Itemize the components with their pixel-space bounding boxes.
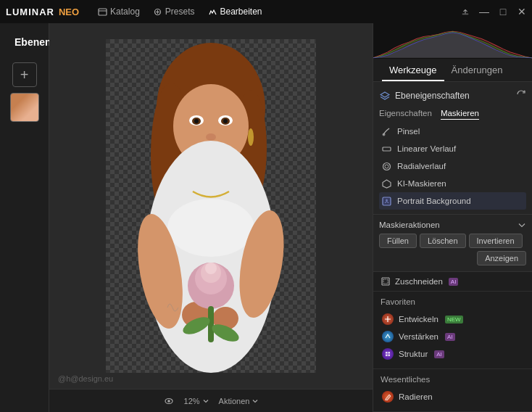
nav-presets[interactable]: Presets bbox=[153, 7, 195, 17]
wesentliches-title: Wesentliches bbox=[381, 375, 525, 384]
ki-maskieren-label: KI-Maskieren bbox=[397, 179, 446, 188]
zoom-value: 12% bbox=[184, 397, 200, 405]
svg-rect-40 bbox=[383, 279, 388, 284]
minimize-icon[interactable]: — bbox=[480, 7, 489, 16]
svg-rect-44 bbox=[388, 355, 391, 357]
svg-rect-42 bbox=[388, 352, 391, 354]
logo-neo: NEO bbox=[59, 7, 79, 17]
close-icon[interactable]: ✕ bbox=[518, 7, 526, 16]
radialverlauf-icon bbox=[381, 160, 392, 172]
main-layout: Ebenen + bbox=[0, 23, 532, 412]
nav-katalog[interactable]: Katalog bbox=[98, 7, 140, 17]
tool-entwickeln[interactable]: Entwickeln NEW bbox=[381, 310, 525, 328]
ebeneigenschaften-header-left: Ebeneigenschaften bbox=[379, 90, 470, 102]
loeschen-button[interactable]: Löschen bbox=[420, 234, 466, 248]
svg-marker-37 bbox=[383, 180, 391, 188]
verstaerken-badge: AI bbox=[445, 333, 455, 341]
eye-icon bbox=[164, 396, 174, 406]
window-controls: — □ ✕ bbox=[461, 7, 526, 16]
histogram bbox=[373, 23, 532, 59]
zuschneiden-badge: AI bbox=[449, 278, 459, 286]
mask-item-radialverlauf[interactable]: Radialverlauf bbox=[379, 157, 526, 175]
portrait-background-label: Portrait Background bbox=[397, 197, 471, 205]
svg-point-28 bbox=[206, 133, 216, 141]
tab-werkzeuge[interactable]: Werkzeuge bbox=[382, 60, 444, 81]
nav-bearbeiten[interactable]: Bearbeiten bbox=[208, 7, 262, 17]
right-panel: Werkzeuge Änderungen Ebeneigenschaften E… bbox=[373, 23, 532, 412]
svg-rect-19 bbox=[208, 306, 214, 342]
struktur-label: Struktur bbox=[399, 350, 428, 358]
nav-katalog-label: Katalog bbox=[110, 7, 140, 17]
svg-rect-0 bbox=[99, 9, 107, 15]
svg-point-26 bbox=[194, 119, 199, 123]
visibility-icon-row[interactable] bbox=[164, 396, 174, 406]
svg-point-31 bbox=[167, 400, 170, 403]
actions-row-2: Anzeigen bbox=[379, 251, 526, 265]
layer-thumbnail[interactable] bbox=[10, 93, 39, 122]
layers-title: Ebenen bbox=[7, 36, 41, 54]
ebeneigenschaften-header[interactable]: Ebeneigenschaften bbox=[379, 86, 526, 104]
svg-point-33 bbox=[382, 133, 385, 136]
favoriten-title: Favoriten bbox=[381, 297, 525, 306]
pinsel-icon bbox=[381, 125, 392, 137]
struktur-icon bbox=[382, 348, 394, 360]
ebeneigenschaften-section: Ebeneigenschaften Eigenschaften Maskiere… bbox=[373, 82, 532, 215]
sub-tab-eigenschaften[interactable]: Eigenschaften bbox=[379, 109, 432, 120]
mask-item-portrait-background[interactable]: Portrait Background bbox=[379, 192, 526, 210]
linearer-verlauf-label: Linearer Verlauf bbox=[397, 144, 456, 153]
reset-icon[interactable] bbox=[516, 89, 526, 102]
actions-button[interactable]: Aktionen bbox=[219, 397, 259, 405]
layer-thumb-inner bbox=[11, 94, 38, 121]
tool-struktur[interactable]: Struktur AI bbox=[381, 345, 525, 363]
layers-icon bbox=[379, 90, 391, 102]
title-bar: LUMINAR NEO Katalog Presets Bearbeiten —… bbox=[0, 0, 532, 23]
favoriten-section: Favoriten Entwickeln NEW Verstärken AI bbox=[373, 292, 532, 369]
svg-rect-3 bbox=[462, 14, 469, 15]
sub-tab-maskieren[interactable]: Maskieren bbox=[441, 109, 479, 120]
radieren-icon bbox=[382, 391, 394, 403]
tab-aenderungen[interactable]: Änderungen bbox=[444, 60, 510, 81]
mask-item-pinsel[interactable]: Pinsel bbox=[379, 123, 526, 140]
maximize-icon[interactable]: □ bbox=[499, 7, 507, 16]
svg-rect-43 bbox=[386, 355, 388, 357]
collapse-icon[interactable] bbox=[518, 221, 526, 229]
ebeneigenschaften-label: Ebeneigenschaften bbox=[395, 91, 470, 101]
fuellen-button[interactable]: Füllen bbox=[379, 234, 417, 248]
anzeigen-button[interactable]: Anzeigen bbox=[477, 251, 526, 265]
mask-item-linearer-verlauf[interactable]: Linearer Verlauf bbox=[379, 140, 526, 157]
svg-point-18 bbox=[205, 263, 217, 274]
entwickeln-label: Entwickeln bbox=[399, 315, 439, 324]
maskieraktionen-section: Maskieraktionen Füllen Löschen Invertier… bbox=[373, 215, 532, 272]
tool-radieren[interactable]: Radieren bbox=[381, 388, 525, 405]
histogram-svg bbox=[373, 23, 532, 59]
logo: LUMINAR bbox=[6, 7, 54, 17]
svg-point-10 bbox=[167, 199, 254, 257]
canvas-image[interactable] bbox=[106, 39, 316, 373]
zuschneiden-icon bbox=[381, 276, 391, 287]
svg-point-27 bbox=[223, 119, 228, 123]
svg-point-29 bbox=[248, 128, 254, 146]
nav-bar: Katalog Presets Bearbeiten bbox=[98, 7, 262, 17]
mask-item-ki-maskieren[interactable]: KI-Maskieren bbox=[379, 175, 526, 192]
actions-row-1: Füllen Löschen Invertieren bbox=[379, 234, 526, 248]
canvas-container bbox=[49, 23, 373, 389]
add-layer-button[interactable]: + bbox=[12, 62, 37, 87]
entwickeln-icon bbox=[382, 313, 394, 325]
maskieraktionen-buttons: Füllen Löschen Invertieren Anzeigen bbox=[379, 234, 526, 265]
svg-rect-41 bbox=[386, 352, 388, 354]
zuschneiden-row[interactable]: Zuschneiden AI bbox=[373, 272, 532, 292]
upload-icon[interactable] bbox=[461, 7, 470, 16]
title-bar-left: LUMINAR NEO Katalog Presets Bearbeiten bbox=[6, 7, 262, 17]
invertieren-button[interactable]: Invertieren bbox=[469, 234, 523, 248]
tool-verstaerken[interactable]: Verstärken AI bbox=[381, 328, 525, 345]
layers-panel: Ebenen + bbox=[0, 23, 49, 412]
chevron-down-icon bbox=[203, 398, 209, 404]
linearer-verlauf-icon bbox=[381, 143, 392, 154]
svg-point-36 bbox=[385, 165, 388, 168]
pinsel-label: Pinsel bbox=[397, 127, 420, 136]
nav-bearbeiten-label: Bearbeiten bbox=[220, 7, 262, 17]
svg-rect-34 bbox=[383, 147, 391, 151]
entwickeln-badge: NEW bbox=[445, 316, 463, 324]
radieren-label: Radieren bbox=[399, 392, 433, 401]
zoom-level[interactable]: 12% bbox=[184, 397, 209, 405]
